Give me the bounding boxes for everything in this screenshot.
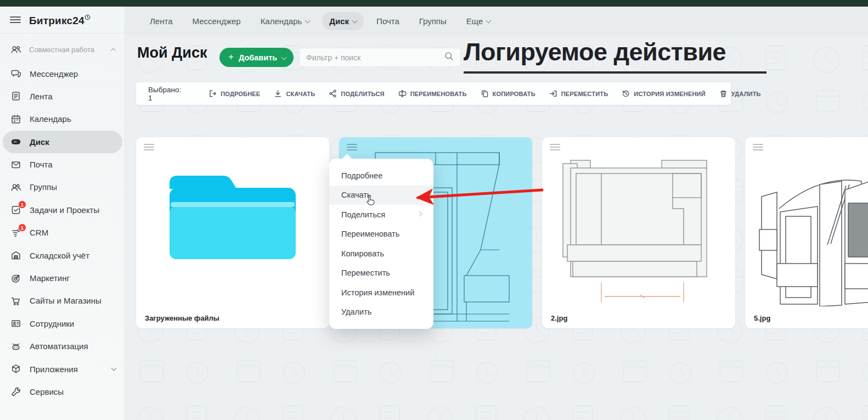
card-menu-icon[interactable] (144, 144, 154, 151)
folder-card-uploaded-files[interactable]: Загруженные файлы (136, 137, 329, 328)
topnav-item-feed[interactable]: Лента (143, 12, 180, 30)
toolbar-history-button[interactable]: ИСТОРИЯ ИЗМЕНЕНИЙ (622, 89, 706, 98)
toolbar-delete-button[interactable]: УДАЛИТЬ (719, 89, 761, 98)
sidebar-item-label: Диск (30, 137, 49, 147)
sidebar-item-label: Группы (30, 182, 57, 192)
collaboration-icon (10, 43, 22, 55)
context-menu-item-rename[interactable]: Переименовать (329, 225, 433, 244)
context-menu-item-move[interactable]: Переместить (329, 264, 433, 283)
bitrix24-app: Битрикс24 Совместная работа Мессенджер Л… (0, 0, 868, 420)
toolbar-button-label: ПОДЕЛИТЬСЯ (341, 91, 384, 97)
feed-icon (10, 90, 22, 102)
plus-icon: + (228, 52, 234, 63)
sidebar-item-label: Календарь (30, 114, 71, 124)
sidebar-item-crm[interactable]: 1 CRM (3, 221, 122, 244)
filter-search-box[interactable] (299, 48, 461, 67)
sidebar-item-feed[interactable]: Лента (3, 85, 122, 108)
sidebar-item-groups[interactable]: Группы (3, 176, 122, 198)
context-menu-item-delete[interactable]: Удалить (329, 303, 433, 322)
menu-item-label: Переименовать (341, 229, 399, 238)
topnav-item-mail[interactable]: Почта (369, 12, 407, 30)
context-menu-item-details[interactable]: Подробнее (329, 166, 433, 186)
sidebar-item-label: Мессенджер (30, 69, 78, 79)
card-label: 2.jpg (551, 314, 567, 322)
topnav-item-groups[interactable]: Группы (412, 12, 454, 30)
context-menu-item-copy[interactable]: Копировать (329, 244, 433, 264)
window-top-strip (0, 0, 868, 7)
sidebar-item-label: Сотрудники (30, 319, 74, 328)
automation-icon (10, 340, 22, 352)
sidebar-item-apps[interactable]: Приложения (3, 357, 122, 380)
sidebar-item-services[interactable]: Сервисы (3, 380, 122, 403)
sidebar-item-mail[interactable]: Почта (3, 153, 122, 176)
sidebar: Битрикс24 Совместная работа Мессенджер Л… (0, 7, 125, 420)
calendar-icon (10, 113, 22, 125)
toolbar-download-button[interactable]: СКАЧАТЬ (274, 89, 315, 98)
search-input[interactable] (306, 53, 444, 62)
download-icon (274, 89, 282, 98)
disk-icon (10, 136, 22, 148)
sidebar-item-label: Приложения (30, 365, 78, 374)
sidebar-item-tasks[interactable]: 1 Задачи и Проекты (3, 199, 122, 221)
context-menu-item-history[interactable]: История изменений (329, 283, 433, 303)
file-card-2jpg[interactable]: 2.jpg (542, 137, 735, 328)
messenger-icon (10, 68, 22, 80)
main-area: Лента Мессенджер Календарь Диск Почта Гр… (125, 7, 868, 420)
sidebar-item-label: Маркетинг (30, 273, 70, 283)
menu-item-label: Копировать (341, 249, 384, 258)
nav-label: Еще (466, 16, 483, 26)
nav-label: Диск (329, 16, 349, 26)
file-card-5jpg[interactable]: 5.jpg (745, 137, 868, 328)
crm-icon: 1 (10, 227, 22, 239)
card-label: 5.jpg (754, 314, 770, 322)
sidebar-item-messenger[interactable]: Мессенджер (3, 62, 122, 85)
selected-count: Выбрано: 1 (148, 86, 181, 102)
search-icon[interactable] (444, 52, 454, 63)
sidebar-item-automation[interactable]: Автоматизация (3, 335, 122, 357)
toolbar-copy-button[interactable]: КОПИРОВАТЬ (481, 89, 536, 98)
sidebar-item-sites[interactable]: Сайты и Магазины (3, 289, 122, 312)
services-icon (10, 385, 22, 397)
topnav-item-disk[interactable]: Диск (322, 12, 364, 30)
topnav-item-messenger[interactable]: Мессенджер (185, 12, 248, 30)
chevron-down-icon[interactable] (111, 366, 117, 371)
image-thumbnail (745, 142, 868, 306)
toolbar-details-button[interactable]: ПОДРОБНЕЕ (208, 89, 260, 98)
topnav-item-more[interactable]: Еще (459, 12, 498, 30)
sidebar-item-label: Лента (30, 92, 53, 101)
hamburger-menu-icon[interactable] (10, 16, 21, 26)
card-label: Загруженные файлы (145, 314, 219, 322)
add-button[interactable]: + Добавить (219, 48, 294, 67)
chevron-down-icon (486, 18, 492, 23)
clock-badge-icon (84, 15, 91, 21)
toolbar-button-label: ПЕРЕИМЕНОВАТЬ (410, 91, 467, 97)
menu-item-label: Скачать (341, 191, 371, 199)
sidebar-item-label: CRM (30, 228, 48, 237)
context-menu-item-download[interactable]: Скачать (329, 186, 433, 205)
menu-item-label: История изменений (341, 288, 414, 297)
copy-icon (481, 89, 489, 98)
sidebar-item-marketing[interactable]: Маркетинг (3, 267, 122, 289)
sidebar-item-label: Автоматизация (30, 341, 88, 351)
sidebar-section-collaboration[interactable]: Совместная работа (0, 38, 125, 62)
sidebar-item-employees[interactable]: Сотрудники (3, 312, 122, 335)
menu-item-label: Подробнее (341, 171, 382, 180)
employees-icon (10, 317, 22, 329)
sidebar-item-warehouse[interactable]: Складской учёт (3, 244, 122, 266)
folder-icon (164, 169, 301, 265)
sidebar-item-disk[interactable]: Диск (3, 131, 122, 153)
brand-logo[interactable]: Битрикс24 (29, 14, 91, 27)
topnav-item-calendar[interactable]: Календарь (253, 12, 317, 30)
toolbar-share-button[interactable]: ПОДЕЛИТЬСЯ (329, 89, 384, 98)
sidebar-item-label: Сервисы (30, 387, 64, 396)
toolbar-rename-button[interactable]: ПЕРЕИМЕНОВАТЬ (398, 89, 467, 98)
toolbar-move-button[interactable]: ПЕРЕМЕСТИТЬ (549, 89, 608, 98)
sidebar-item-calendar[interactable]: Календарь (3, 108, 122, 130)
sites-icon (10, 295, 22, 307)
marketing-icon (10, 272, 22, 284)
menu-item-label: Переместить (341, 268, 390, 277)
sidebar-divider (0, 33, 125, 33)
toolbar-button-label: ПЕРЕМЕСТИТЬ (561, 91, 608, 97)
chevron-up-icon[interactable] (111, 48, 116, 53)
context-menu-item-share[interactable]: Поделиться (329, 205, 433, 225)
